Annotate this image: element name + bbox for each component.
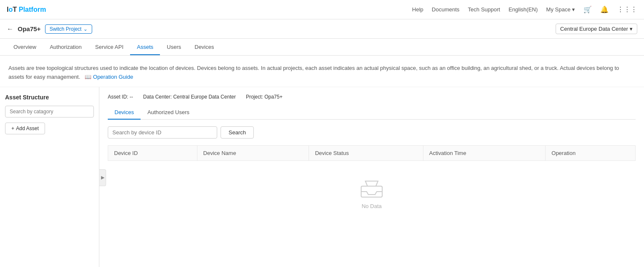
col-device-name: Device Name [197,145,309,160]
app-title-suffix: Platform [19,6,46,13]
nav-tabs: Overview Authorization Service API Asset… [0,39,644,56]
app-title: IoT Platform [7,6,46,13]
language-selector[interactable]: English(EN) [508,6,538,13]
description-area: Assets are tree topological structures u… [0,56,644,87]
tab-users[interactable]: Users [160,40,188,55]
no-data-row: No Data [108,160,636,226]
collapse-sidebar-button[interactable]: ▶ [99,169,106,186]
project-bar: ← Opa75+ Switch Project ⌄ Central Europe… [0,19,644,39]
asset-info-bar: Asset ID: -- Data Center: Central Europe… [108,94,636,100]
sidebar-search-input[interactable] [5,106,94,117]
back-button[interactable]: ← [7,25,13,33]
datacenter-chevron-icon: ▾ [630,26,633,32]
tab-overview[interactable]: Overview [7,40,43,55]
switch-icon: ⌄ [83,26,88,32]
app-branding: IoT Platform [7,6,46,13]
no-data-label: No Data [362,203,382,209]
no-data-icon [359,178,384,199]
grid-icon[interactable]: ⋮⋮⋮ [617,5,637,13]
tab-authorization[interactable]: Authorization [43,40,88,55]
cart-icon[interactable]: 🛒 [583,5,592,13]
add-asset-button[interactable]: + Add Asset [5,123,45,134]
top-nav-bar: IoT Platform Help Documents Tech Support… [0,0,644,19]
col-operation: Operation [546,145,636,160]
project-bar-left: ← Opa75+ Switch Project ⌄ [7,24,92,34]
no-data-area: No Data [108,161,636,226]
project-name: Opa75+ [18,25,41,32]
search-button[interactable]: Search [221,126,254,139]
asset-id-info: Asset ID: -- [108,94,133,100]
table-header: Device ID Device Name Device Status Acti… [108,145,636,160]
col-device-status: Device Status [309,145,423,160]
bell-icon[interactable]: 🔔 [600,5,609,13]
datacenter-info: Data Center: Central Europe Data Center [143,94,236,100]
tab-assets[interactable]: Assets [130,40,160,55]
add-icon: + [11,125,14,131]
tab-service-api[interactable]: Service API [88,40,130,55]
right-panel: Asset ID: -- Data Center: Central Europe… [99,87,644,267]
main-content: Asset Structure + Add Asset ▶ Asset ID: … [0,87,644,267]
devices-table: Device ID Device Name Device Status Acti… [108,145,636,226]
sidebar: Asset Structure + Add Asset [0,87,99,267]
my-space-link[interactable]: My Space ▾ [546,6,575,13]
inner-tab-authorized-users[interactable]: Authorized Users [141,106,196,120]
tab-devices[interactable]: Devices [188,40,221,55]
add-asset-label: Add Asset [16,125,39,131]
datacenter-selector[interactable]: Central Europe Data Center ▾ [556,24,637,34]
table-body: No Data [108,160,636,226]
project-info: Project: Opa75+ [246,94,282,100]
help-link[interactable]: Help [412,6,423,13]
inner-tabs: Devices Authorized Users [108,106,636,120]
sidebar-title: Asset Structure [5,94,94,101]
datacenter-label: Central Europe Data Center [560,26,628,32]
guide-label: Operation Guide [93,74,133,80]
col-device-id: Device ID [108,145,197,160]
inner-tab-devices[interactable]: Devices [108,106,141,120]
documents-link[interactable]: Documents [432,6,460,13]
col-activation-time: Activation Time [423,145,546,160]
device-search-input[interactable] [108,126,217,139]
top-nav-actions: Help Documents Tech Support English(EN) … [412,5,637,13]
operation-guide-link[interactable]: 📖 Operation Guide [83,74,133,80]
guide-icon: 📖 [85,74,91,80]
tech-support-link[interactable]: Tech Support [468,6,500,13]
switch-project-button[interactable]: Switch Project ⌄ [45,24,92,34]
search-row: Search [108,126,636,139]
